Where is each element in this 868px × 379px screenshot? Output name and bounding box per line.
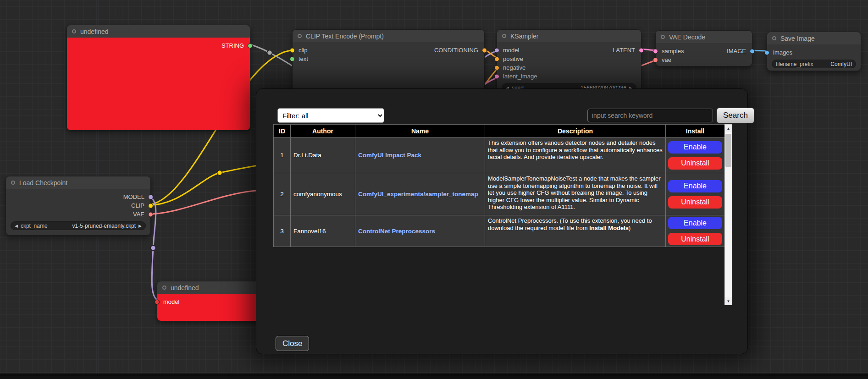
table-scrollbar[interactable]: ▲ ▼ (724, 124, 732, 305)
collapse-dot-icon[interactable] (162, 286, 166, 290)
node-header[interactable]: VAE Decode (656, 31, 752, 43)
node-header[interactable]: KSampler (497, 30, 641, 42)
collapse-dot-icon[interactable] (661, 35, 665, 39)
widget-label: ckpt_name (21, 223, 48, 229)
slot-label: CONDITIONING (434, 47, 478, 54)
cell-author: Dr.Lt.Data (291, 137, 355, 173)
node-title: VAE Decode (669, 33, 705, 41)
slot-label: text (299, 55, 308, 62)
enable-button[interactable]: Enable (668, 217, 722, 229)
slot-row: vae (656, 55, 752, 64)
node-body: samples IMAGE vae (656, 43, 752, 64)
collapse-dot-icon[interactable] (298, 34, 302, 38)
decrement-arrow-icon[interactable]: ◀ (15, 224, 18, 228)
input-dot-samples[interactable] (653, 49, 658, 54)
enable-button[interactable]: Enable (668, 180, 722, 192)
collapse-dot-icon[interactable] (502, 34, 506, 38)
description-bold-text: Install Models (589, 225, 629, 231)
widget-value: v1-5-pruned-emaonly.ckpt (72, 223, 136, 229)
node-header[interactable]: undefined (67, 25, 250, 38)
slot-label: STRING (221, 42, 244, 49)
slot-row: model LATENT (497, 46, 641, 55)
widget-value: ComfyUI (830, 61, 852, 67)
cell-name: ControlNet Preprocessors (355, 215, 485, 247)
collapse-dot-icon[interactable] (72, 29, 76, 33)
input-dot-vae[interactable] (653, 57, 658, 62)
search-input[interactable] (587, 109, 713, 122)
uninstall-button[interactable]: Uninstall (668, 157, 722, 170)
node-save-image[interactable]: Save Image images filename_prefix ComfyU… (767, 32, 861, 71)
slot-label: latent_image (503, 73, 537, 80)
node-undefined-top[interactable]: undefined STRING (66, 25, 250, 130)
extension-link[interactable]: ComfyUI_experiments/sampler_tonemap (358, 191, 478, 198)
slot-label: model (163, 298, 179, 305)
node-title: KSampler (510, 33, 538, 40)
ckpt-name-widget[interactable]: ◀ ckpt_name v1-5-pruned-emaonly.ckpt ▶ (11, 221, 146, 230)
extensions-table: ID Author Name Description Install 1 Dr.… (273, 124, 725, 247)
input-dot-latent-image[interactable] (494, 74, 499, 79)
input-dot-text[interactable] (290, 56, 295, 61)
col-header-description: Description (485, 125, 666, 137)
close-button[interactable]: Close (276, 336, 309, 351)
scrollbar-thumb[interactable] (725, 134, 731, 167)
slot-label: model (503, 47, 519, 54)
uninstall-button[interactable]: Uninstall (668, 196, 722, 209)
slot-row: text (293, 55, 484, 63)
slot-row: VAE (6, 210, 150, 219)
collapse-dot-icon[interactable] (11, 181, 15, 185)
output-dot-image[interactable] (750, 49, 755, 54)
reroute-dot-clip[interactable] (217, 170, 222, 176)
input-dot-model[interactable] (494, 48, 499, 53)
increment-arrow-icon[interactable]: ▶ (138, 224, 142, 228)
cell-install: Enable Uninstall (666, 215, 725, 247)
slot-label: VAE (133, 211, 144, 218)
cell-install: Enable Uninstall (666, 173, 725, 215)
scroll-up-icon[interactable]: ▲ (725, 125, 732, 132)
node-header[interactable]: Save Image (767, 32, 861, 44)
col-header-author: Author (291, 125, 355, 137)
node-clip-text-encode[interactable]: CLIP Text Encode (Prompt) clip CONDITION… (292, 29, 485, 98)
node-header[interactable]: Load Checkpoint (6, 176, 150, 189)
output-dot-model[interactable] (148, 194, 153, 199)
uninstall-button[interactable]: Uninstall (668, 233, 722, 245)
node-body: model LATENT positive negative latent_im… (497, 42, 641, 92)
slot-label: clip (299, 47, 308, 54)
extension-row: 3 Fannovel16 ControlNet Preprocessors Co… (274, 215, 725, 247)
extension-link[interactable]: ControlNet Preprocessors (358, 228, 435, 235)
extension-link[interactable]: ComfyUI Impact Pack (358, 152, 421, 159)
node-ksampler[interactable]: KSampler model LATENT positive negative … (497, 29, 641, 96)
output-dot-string[interactable] (248, 43, 253, 48)
filename-prefix-widget[interactable]: filename_prefix ComfyUI (772, 60, 856, 68)
node-title: undefined (171, 284, 199, 291)
output-dot-vae[interactable] (148, 212, 153, 217)
cell-description: ControlNet Preprocessors. (To use this e… (485, 215, 666, 247)
slot-label: LATENT (613, 47, 635, 54)
widget-label: filename_prefix (776, 61, 813, 67)
extension-row: 2 comfyanonymous ComfyUI_experiments/sam… (274, 173, 725, 215)
slot-label: IMAGE (727, 48, 746, 55)
input-dot-clip[interactable] (290, 48, 295, 53)
extension-manager-dialog: Filter: all Search ID Author Name Descri… (256, 88, 748, 354)
node-header[interactable]: CLIP Text Encode (Prompt) (293, 30, 484, 42)
input-dot-model[interactable] (155, 299, 160, 304)
filter-select[interactable]: Filter: all (277, 108, 384, 123)
output-dot-latent[interactable] (639, 48, 644, 53)
slot-row: positive (497, 55, 641, 63)
cell-name: ComfyUI_experiments/sampler_tonemap (355, 173, 485, 215)
search-button[interactable]: Search (717, 108, 754, 123)
input-dot-positive[interactable] (494, 56, 499, 61)
output-dot-clip[interactable] (148, 203, 153, 208)
scroll-down-icon[interactable]: ▼ (725, 297, 732, 305)
node-title: Load Checkpoint (19, 179, 67, 187)
slot-label: images (773, 49, 792, 56)
reroute-dot-model[interactable] (151, 246, 156, 251)
node-load-checkpoint[interactable]: Load Checkpoint MODEL CLIP VAE ◀ ckpt_na… (6, 176, 151, 236)
node-vae-decode[interactable]: VAE Decode samples IMAGE vae (655, 30, 752, 66)
input-dot-images[interactable] (764, 50, 769, 55)
collapse-dot-icon[interactable] (772, 36, 776, 40)
reroute-dot-string[interactable] (267, 50, 272, 55)
enable-button[interactable]: Enable (668, 141, 722, 154)
cell-description: This extension offers various detector n… (485, 137, 666, 173)
input-dot-negative[interactable] (494, 65, 499, 70)
output-dot-conditioning[interactable] (482, 48, 487, 53)
